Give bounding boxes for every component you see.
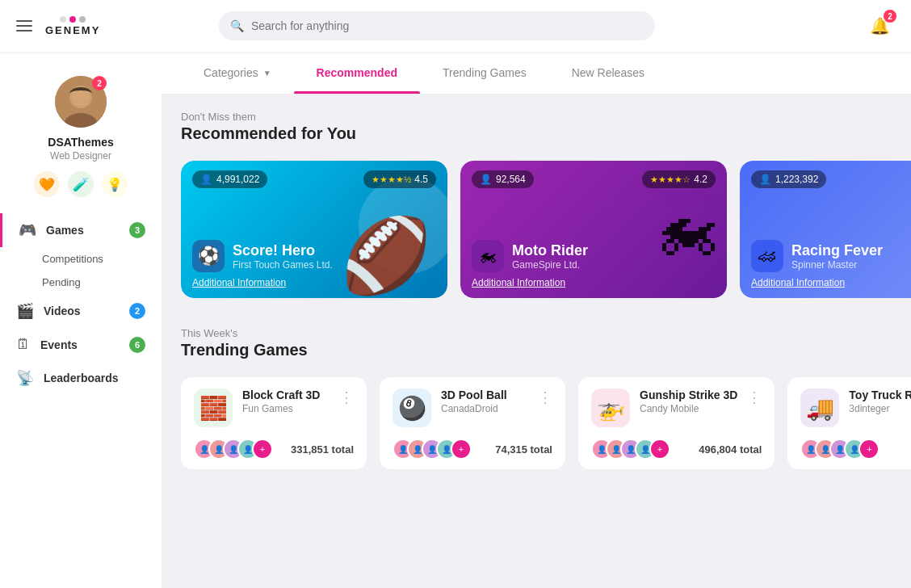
- user-role: Web Designer: [50, 150, 111, 162]
- games-icon: 🎮: [19, 221, 36, 239]
- events-label: Events: [40, 338, 120, 351]
- pool-ball-name: 3D Pool Ball: [441, 388, 528, 401]
- avatar-plus: +: [649, 439, 670, 460]
- tab-categories[interactable]: Categories ▼: [181, 52, 294, 94]
- toy-truck-dev: 3dinteger: [849, 403, 911, 414]
- main-layout: 2 DSAThemes Web Designer 🧡 🧪 💡 🎮 Games 3…: [0, 52, 911, 588]
- sidebar-item-videos[interactable]: 🎬 Videos 2: [0, 294, 162, 328]
- leaderboards-icon: 📡: [16, 369, 34, 387]
- menu-icon[interactable]: [16, 20, 32, 32]
- logo-dot-1: [60, 16, 66, 23]
- trending-section-header: This Week's Trending Games: [162, 311, 911, 377]
- gunship-total: 496,804 total: [699, 443, 762, 456]
- notification-badge: 2: [884, 10, 896, 23]
- gunship-name: Gunship Strike 3D: [640, 388, 737, 401]
- events-badge: 6: [129, 337, 145, 353]
- logo-dot-3: [79, 16, 86, 23]
- moto-rider-icon: 🏍: [472, 240, 504, 272]
- avatar-plus: +: [252, 439, 273, 460]
- block-craft-name: Block Craft 3D: [242, 388, 330, 401]
- tab-recommended[interactable]: Recommended: [294, 52, 420, 94]
- score-hero-name: Score! Hero: [233, 242, 333, 259]
- main-content: Categories ▼ Recommended Trending Games …: [162, 52, 911, 588]
- score-hero-rating: ★★★★½ 4.5: [363, 170, 436, 188]
- rec-card-racing-fever[interactable]: 🏎 👤 1,223,392 ★★★★☆ 4.0: [740, 161, 911, 298]
- gunship-icon: 🚁: [591, 388, 630, 427]
- racing-fever-players: 👤 1,223,392: [751, 170, 826, 188]
- moto-rider-dev: GameSpire Ltd.: [512, 259, 588, 271]
- avatar-wrap: 2: [55, 76, 107, 128]
- trend-card-pool-ball[interactable]: 🎱 3D Pool Ball CanadaDroid ⋮ 👤 👤 👤 👤 +: [380, 377, 565, 469]
- tabs-bar: Categories ▼ Recommended Trending Games …: [162, 52, 911, 94]
- sidebar-item-games[interactable]: 🎮 Games 3: [0, 213, 162, 247]
- logo-dot-2: [69, 16, 76, 23]
- avatar-plus: +: [451, 439, 472, 460]
- games-submenu: Competitions Pending: [0, 247, 162, 294]
- block-craft-total: 331,851 total: [291, 443, 354, 456]
- score-hero-icon: ⚽: [192, 240, 225, 272]
- score-hero-link[interactable]: Additional Information: [192, 277, 436, 288]
- toy-truck-name: Toy Truck R...: [849, 388, 911, 401]
- racing-fever-link[interactable]: Additional Information: [751, 277, 911, 288]
- trend-card-block-craft[interactable]: 🧱 Block Craft 3D Fun Games ⋮ 👤 👤 👤 👤 +: [181, 377, 367, 469]
- sidebar-item-events[interactable]: 🗓 Events 6: [0, 328, 162, 361]
- user-profile-section: 2 DSAThemes Web Designer 🧡 🧪 💡: [0, 68, 162, 213]
- racing-fever-name: Racing Fever: [791, 242, 883, 259]
- sidebar: 2 DSAThemes Web Designer 🧡 🧪 💡 🎮 Games 3…: [0, 52, 162, 588]
- block-craft-menu[interactable]: ⋮: [339, 388, 354, 406]
- videos-badge: 2: [129, 303, 145, 319]
- events-icon: 🗓: [16, 336, 31, 353]
- gunship-menu[interactable]: ⋮: [747, 388, 762, 406]
- search-bar: 🔍: [219, 11, 655, 40]
- gunship-dev: Candy Mobile: [640, 403, 737, 414]
- trend-card-gunship[interactable]: 🚁 Gunship Strike 3D Candy Mobile ⋮ 👤 👤 👤…: [578, 377, 775, 469]
- videos-label: Videos: [44, 304, 120, 317]
- pool-ball-total: 74,315 total: [495, 443, 552, 456]
- block-craft-icon: 🧱: [194, 388, 233, 427]
- racing-fever-dev: Spinner Master: [791, 259, 883, 271]
- app-header: GENEMY 🔍 🔔 2: [0, 0, 911, 52]
- tab-new-releases[interactable]: New Releases: [549, 52, 667, 94]
- recommended-title: Recommended for You: [181, 124, 892, 143]
- recommended-cards-list: 🏈 👤 4,991,022 ★★★★½ 4.5: [162, 161, 911, 311]
- search-input[interactable]: [219, 11, 655, 40]
- moto-rider-rating: ★★★★☆ 4.2: [642, 170, 716, 188]
- moto-rider-players: 👤 92,564: [472, 170, 534, 188]
- rec-card-score-hero[interactable]: 🏈 👤 4,991,022 ★★★★½ 4.5: [181, 161, 447, 298]
- achievement-icon-1: 🧡: [34, 171, 60, 197]
- pool-ball-icon: 🎱: [393, 388, 431, 427]
- moto-rider-name: Moto Rider: [512, 242, 588, 259]
- tab-trending[interactable]: Trending Games: [420, 52, 549, 94]
- recommended-section-header: Don't Miss them Recommended for You: [162, 94, 911, 161]
- recommended-subtitle: Don't Miss them: [181, 111, 892, 123]
- leaderboards-label: Leaderboards: [44, 372, 145, 384]
- block-craft-avatars: 👤 👤 👤 👤 +: [194, 439, 273, 460]
- search-icon: 🔍: [230, 19, 244, 32]
- trend-card-toy-truck[interactable]: 🚚 Toy Truck R... 3dinteger ⋮ 👤 👤 👤 👤 +: [787, 377, 911, 469]
- moto-rider-link[interactable]: Additional Information: [472, 277, 716, 288]
- toy-truck-icon: 🚚: [800, 388, 839, 427]
- games-label: Games: [46, 224, 120, 237]
- avatar-badge: 2: [92, 76, 107, 90]
- categories-label: Categories: [204, 66, 258, 79]
- videos-icon: 🎬: [16, 302, 34, 320]
- racing-fever-icon: 🏎: [751, 240, 783, 272]
- avatar-plus: +: [859, 439, 880, 460]
- pool-ball-dev: CanadaDroid: [441, 403, 528, 414]
- gunship-avatars: 👤 👤 👤 👤 +: [591, 439, 670, 460]
- logo-text: GENEMY: [45, 24, 100, 36]
- sidebar-item-competitions[interactable]: Competitions: [42, 247, 162, 271]
- games-badge: 3: [129, 222, 145, 238]
- sidebar-item-pending[interactable]: Pending: [42, 271, 162, 294]
- block-craft-dev: Fun Games: [242, 403, 330, 414]
- rec-card-moto-rider[interactable]: 🏍 👤 92,564 ★★★★☆ 4.2: [460, 161, 727, 298]
- user-name: DSAThemes: [48, 136, 113, 149]
- logo: GENEMY: [45, 16, 100, 36]
- trending-cards-list: 🧱 Block Craft 3D Fun Games ⋮ 👤 👤 👤 👤 +: [162, 377, 911, 485]
- score-hero-players: 👤 4,991,022: [192, 170, 267, 188]
- trending-title: Trending Games: [181, 341, 892, 359]
- achievement-icon-3: 💡: [102, 171, 128, 197]
- sidebar-item-leaderboards[interactable]: 📡 Leaderboards: [0, 361, 162, 395]
- pool-ball-menu[interactable]: ⋮: [538, 388, 552, 406]
- pool-ball-avatars: 👤 👤 👤 👤 +: [393, 439, 472, 460]
